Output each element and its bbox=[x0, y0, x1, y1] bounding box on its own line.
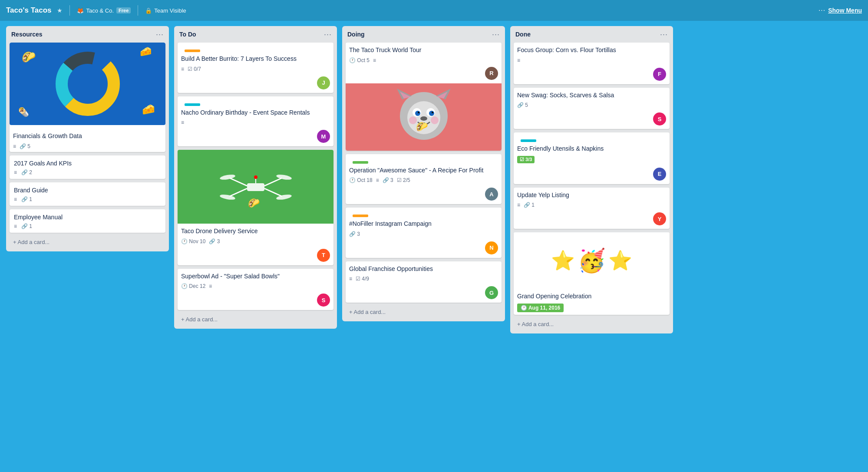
focus-group-avatar: F bbox=[653, 68, 666, 81]
wolf-party-icon: 🥳 bbox=[578, 248, 606, 274]
drone-meta: 🕐 Nov 10 🔗 3 bbox=[181, 238, 330, 244]
focus-group-meta: ≡ bbox=[517, 57, 666, 63]
franchise-body: Global Franchise Opportunities ≡ ☑ 4/9 bbox=[346, 261, 502, 285]
card-focus-group[interactable]: Focus Group: Corn vs. Flour Tortillas ≡ … bbox=[514, 43, 670, 84]
column-menu-done[interactable]: ··· bbox=[660, 30, 668, 38]
franchise-meta: ≡ ☑ 4/9 bbox=[349, 276, 498, 282]
column-doing: Doing ··· The Taco Truck World Tour 🕐 Oc… bbox=[342, 26, 505, 321]
taco-truck-due: 🕐 Oct 5 bbox=[349, 57, 370, 63]
drone-title: Taco Drone Delivery Service bbox=[181, 227, 330, 236]
utensils-meta: ☑ 3/3 bbox=[517, 156, 666, 163]
yelp-meta: ≡ 🔗 1 bbox=[517, 202, 666, 208]
yelp-title: Update Yelp Listing bbox=[517, 191, 666, 200]
add-card-done[interactable]: + Add a card... bbox=[514, 318, 670, 330]
card-superbowl[interactable]: Superbowl Ad - "Super Salad Bowls" 🕐 Dec… bbox=[178, 269, 333, 310]
burrito-desc: ≡ bbox=[181, 66, 184, 72]
awesome-sauce-footer: A bbox=[346, 186, 502, 204]
app-header: Taco's Tacos ★ 🦊 Taco & Co. Free 🔒 Team … bbox=[0, 0, 868, 21]
board: Resources ··· 🌮 🧀 🌯 🧀 Financials & Growt… bbox=[0, 21, 868, 339]
column-menu-resources[interactable]: ··· bbox=[156, 30, 164, 38]
svg-point-24 bbox=[415, 111, 420, 116]
card-nacho[interactable]: Nacho Ordinary Birthday - Event Space Re… bbox=[178, 96, 333, 147]
card-financials[interactable]: 🌮 🧀 🌯 🧀 Financials & Growth Data ≡ 🔗 5 bbox=[10, 43, 165, 152]
awesome-sauce-attachment: 🔗 3 bbox=[383, 177, 393, 183]
instagram-attachment: 🔗 3 bbox=[349, 231, 360, 237]
financials-cover: 🌮 🧀 🌯 🧀 bbox=[10, 43, 165, 125]
card-swag[interactable]: New Swag: Socks, Scarves & Salsa 🔗 5 S bbox=[514, 88, 670, 129]
superbowl-avatar: S bbox=[317, 294, 330, 307]
franchise-footer: G bbox=[346, 284, 502, 303]
add-card-doing[interactable]: + Add a card... bbox=[346, 306, 502, 318]
taco-truck-title: The Taco Truck World Tour bbox=[349, 46, 498, 55]
board-title: Taco's Tacos bbox=[6, 6, 52, 15]
franchise-title: Global Franchise Opportunities bbox=[349, 265, 498, 274]
svg-point-26 bbox=[418, 112, 419, 113]
svg-point-30 bbox=[431, 116, 439, 124]
card-yelp[interactable]: Update Yelp Listing ≡ 🔗 1 Y bbox=[514, 188, 670, 229]
add-card-todo[interactable]: + Add a card... bbox=[178, 314, 333, 325]
svg-rect-4 bbox=[247, 183, 264, 191]
grand-opening-meta: 🕐 Aug 11, 2016 bbox=[517, 304, 666, 312]
card-employee-manual[interactable]: Employee Manual ≡ 🔗 1 bbox=[10, 209, 165, 233]
column-title-todo: To Do bbox=[179, 31, 196, 38]
nacho-avatar: M bbox=[317, 130, 330, 143]
brand-title: Brand Guide bbox=[14, 187, 161, 194]
org-selector[interactable]: 🦊 Taco & Co. Free bbox=[77, 7, 131, 14]
column-header-todo: To Do ··· bbox=[178, 30, 333, 38]
header-divider-2 bbox=[138, 5, 138, 16]
card-brand[interactable]: Brand Guide ≡ 🔗 1 bbox=[10, 182, 165, 206]
drone-avatar: T bbox=[317, 249, 330, 262]
card-taco-truck[interactable]: The Taco Truck World Tour 🕐 Oct 5 ≡ R bbox=[346, 43, 502, 151]
column-menu-todo[interactable]: ··· bbox=[324, 30, 332, 38]
taco-truck-desc: ≡ bbox=[373, 57, 376, 63]
instagram-label bbox=[353, 215, 368, 217]
franchise-desc: ≡ bbox=[349, 276, 352, 282]
taco-truck-body: The Taco Truck World Tour 🕐 Oct 5 ≡ bbox=[346, 43, 502, 65]
swag-attachment: 🔗 5 bbox=[517, 102, 528, 108]
burrito-body: Build A Better Burrito: 7 Layers To Succ… bbox=[178, 43, 333, 75]
card-franchise[interactable]: Global Franchise Opportunities ≡ ☑ 4/9 G bbox=[346, 261, 502, 303]
svg-point-3 bbox=[70, 66, 105, 101]
star-icon[interactable]: ★ bbox=[57, 7, 63, 14]
awesome-sauce-checklist: ☑ 2/5 bbox=[397, 177, 410, 183]
taco-truck-avatar: R bbox=[485, 67, 498, 80]
column-header-done: Done ··· bbox=[514, 30, 670, 38]
svg-point-15 bbox=[254, 175, 257, 179]
drone-footer: T bbox=[178, 247, 333, 265]
superbowl-meta: 🕐 Dec 12 ≡ bbox=[181, 283, 330, 289]
add-card-resources[interactable]: + Add a card... bbox=[10, 236, 165, 248]
svg-text:🌮: 🌮 bbox=[416, 121, 428, 132]
franchise-avatar: G bbox=[485, 286, 498, 299]
awesome-sauce-label bbox=[353, 161, 368, 164]
goals-meta: ≡ 🔗 2 bbox=[14, 169, 161, 175]
svg-text:🌮: 🌮 bbox=[248, 197, 260, 208]
header-right: ··· Show Menu bbox=[818, 7, 862, 14]
burrito-checklist: ☑ 0/7 bbox=[188, 66, 201, 72]
card-instagram[interactable]: #NoFiller Instagram Campaign 🔗 3 N bbox=[346, 208, 502, 258]
card-burrito[interactable]: Build A Better Burrito: 7 Layers To Succ… bbox=[178, 43, 333, 93]
column-menu-doing[interactable]: ··· bbox=[492, 30, 500, 38]
yelp-avatar: Y bbox=[653, 212, 666, 225]
swag-title: New Swag: Socks, Scarves & Salsa bbox=[517, 91, 666, 100]
utensils-label bbox=[521, 139, 536, 142]
burrito-title: Build A Better Burrito: 7 Layers To Succ… bbox=[181, 55, 330, 63]
swag-footer: S bbox=[514, 111, 670, 129]
org-icon: 🦊 bbox=[77, 7, 84, 14]
card-grand-opening[interactable]: ⭐ 🥳 ⭐ Grand Opening Celebration 🕐 Aug 11… bbox=[514, 232, 670, 315]
card-goals[interactable]: 2017 Goals And KPIs ≡ 🔗 2 bbox=[10, 155, 165, 179]
grand-opening-cover: ⭐ 🥳 ⭐ bbox=[514, 232, 670, 289]
yelp-desc: ≡ bbox=[517, 202, 520, 208]
card-awesome-sauce[interactable]: Operation "Awesome Sauce" - A Recipe For… bbox=[346, 154, 502, 205]
card-drone[interactable]: 🌮 Taco Drone Delivery Service 🕐 Nov 10 🔗… bbox=[178, 150, 333, 265]
instagram-avatar: N bbox=[485, 241, 498, 254]
grand-opening-date-badge: 🕐 Aug 11, 2016 bbox=[517, 304, 564, 312]
card-utensils[interactable]: Eco Friendly Utensils & Napkins ☑ 3/3 E bbox=[514, 132, 670, 184]
visibility-selector[interactable]: 🔒 Team Visible bbox=[145, 7, 186, 14]
drone-attachment: 🔗 3 bbox=[209, 238, 220, 244]
show-menu-button[interactable]: Show Menu bbox=[828, 7, 862, 14]
nacho-title: Nacho Ordinary Birthday - Event Space Re… bbox=[181, 109, 330, 117]
nacho-label bbox=[185, 103, 200, 106]
swag-meta: 🔗 5 bbox=[517, 102, 666, 108]
utensils-footer: E bbox=[514, 166, 670, 184]
instagram-title: #NoFiller Instagram Campaign bbox=[349, 220, 498, 228]
